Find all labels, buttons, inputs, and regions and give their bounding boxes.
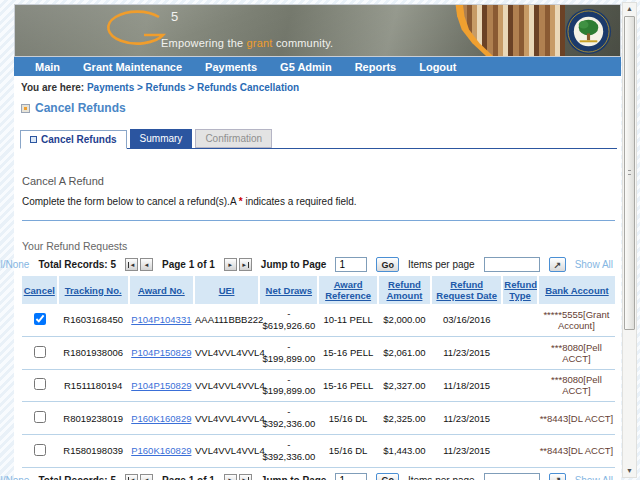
row-checkbox[interactable] — [34, 313, 46, 325]
net-draws-cell: - $619,926.60 — [259, 304, 318, 336]
bank-account-cell: ***8080[Pell ACCT] — [538, 369, 615, 402]
items-per-page-input[interactable] — [484, 473, 540, 480]
award-reference-cell: 10-11 PELL — [318, 304, 377, 336]
column-header-net-draws[interactable]: Net Draws — [259, 276, 318, 304]
nav-item-logout[interactable]: Logout — [419, 61, 456, 73]
nav-item-main[interactable]: Main — [35, 61, 60, 73]
tracking-no-cell: R1580198039 — [58, 435, 129, 468]
refund-type-cell — [502, 369, 538, 402]
award-no-link[interactable]: P104P150829 — [131, 347, 191, 358]
select-group: SelectAll/None — [0, 259, 29, 270]
row-checkbox[interactable] — [34, 346, 46, 358]
last-page-button[interactable]: ► — [239, 258, 252, 271]
column-header-uei[interactable]: UEI — [194, 276, 259, 304]
row-checkbox[interactable] — [34, 378, 46, 390]
show-all-link[interactable]: Show All — [575, 259, 613, 270]
go-button[interactable]: Go — [376, 257, 399, 272]
items-per-page-label: Items per page — [408, 475, 475, 480]
first-page-button[interactable]: ◄ — [125, 258, 138, 271]
tab-cancel-refunds[interactable]: Cancel Refunds — [20, 130, 127, 149]
tagline-suffix: community. — [273, 37, 334, 49]
refund-type-cell — [502, 304, 538, 336]
page-nav-buttons-right: ► ► — [224, 258, 252, 271]
next-page-icon: ► — [227, 262, 233, 268]
award-no-link[interactable]: P160K160829 — [131, 445, 191, 456]
refund-request-date-cell: 03/16/2016 — [431, 304, 502, 336]
show-all-link[interactable]: Show All — [575, 475, 613, 480]
column-header-refund-request-date[interactable]: Refund Request Date — [431, 276, 502, 304]
table-row: R1603168450 P104P104331 AAA111BBB222 - $… — [22, 304, 615, 336]
items-per-page-arrow-icon: ↗ — [554, 260, 562, 270]
breadcrumb: You are here: Payments > Refunds > Refun… — [14, 76, 621, 93]
column-header-refund-type[interactable]: Refund Type — [502, 276, 538, 304]
breadcrumb-path[interactable]: Payments > Refunds > Refunds Cancellatio… — [87, 82, 299, 93]
column-header-refund-amount[interactable]: Refund Amount — [378, 276, 431, 304]
breadcrumb-prefix: You are here: — [21, 82, 87, 93]
column-header-tracking-no[interactable]: Tracking No. — [58, 276, 129, 304]
award-no-link[interactable]: P104P150829 — [131, 380, 191, 391]
total-records: Total Records: 5 — [38, 259, 116, 270]
next-page-button[interactable]: ► — [224, 258, 237, 271]
scroll-down-icon[interactable]: ▼ — [623, 466, 636, 476]
nav-item-reports[interactable]: Reports — [355, 61, 397, 73]
tracking-no-cell: R1603168450 — [58, 304, 129, 336]
first-page-bar-icon — [128, 262, 129, 268]
last-page-button[interactable]: ► — [239, 474, 252, 480]
refund-type-cell — [502, 336, 538, 369]
jump-to-page-input[interactable] — [335, 257, 367, 272]
refund-amount-cell: $2,325.00 — [378, 402, 431, 435]
nav-item-payments[interactable]: Payments — [205, 61, 257, 73]
award-no-link[interactable]: P104P104331 — [131, 314, 191, 325]
column-header-award-reference[interactable]: Award Reference — [318, 276, 377, 304]
row-checkbox[interactable] — [34, 444, 46, 456]
uei-cell: VVL4VVL4VVL4 — [194, 336, 259, 369]
award-reference-cell: 15-16 PELL — [318, 369, 377, 402]
column-header-award-no[interactable]: Award No. — [129, 276, 194, 304]
scroll-up-icon[interactable]: ▲ — [623, 4, 636, 14]
page-title-icon — [21, 104, 30, 113]
net-draws-cell: - $392,336.00 — [259, 402, 318, 435]
refund-requests-table: Cancel Tracking No. Award No. UEI Net Dr… — [22, 276, 615, 468]
select-group: SelectAll/None — [0, 475, 29, 480]
items-per-page-go-button[interactable]: ↗ — [549, 473, 566, 480]
refund-request-date-cell: 11/23/2015 — [431, 435, 502, 468]
uei-cell: VVL4VVL4VVL4 — [194, 402, 259, 435]
refund-amount-cell: $2,327.00 — [378, 369, 431, 402]
prev-page-button[interactable]: ◄ — [140, 474, 153, 480]
column-header-cancel[interactable]: Cancel — [22, 276, 58, 304]
refund-request-date-cell: 11/18/2015 — [431, 369, 502, 402]
instruction-suffix: indicates a required field. — [243, 196, 357, 207]
award-reference-cell: 15/16 DL — [318, 402, 377, 435]
prev-page-button[interactable]: ◄ — [140, 258, 153, 271]
items-per-page-input[interactable] — [484, 257, 540, 272]
next-page-button[interactable]: ► — [224, 474, 237, 480]
column-header-bank-account[interactable]: Bank Account — [538, 276, 615, 304]
jump-to-page-input[interactable] — [335, 473, 367, 480]
page-title: Cancel Refunds — [35, 101, 126, 115]
items-per-page-go-button[interactable]: ↗ — [549, 257, 566, 272]
row-checkbox[interactable] — [34, 411, 46, 423]
tracking-no-cell: R1511180194 — [58, 369, 129, 402]
go-button[interactable]: Go — [376, 473, 399, 480]
select-none-link[interactable]: None — [6, 475, 30, 480]
refund-amount-cell: $2,061.00 — [378, 336, 431, 369]
table-header-row: Cancel Tracking No. Award No. UEI Net Dr… — [22, 276, 615, 304]
award-reference-cell: 15-16 PELL — [318, 336, 377, 369]
tagline-highlight: grant — [247, 37, 273, 49]
refund-request-date-cell: 11/23/2015 — [431, 336, 502, 369]
nav-item-g5-admin[interactable]: G5 Admin — [280, 61, 332, 73]
scrollbar-thumb[interactable] — [624, 16, 635, 330]
vertical-scrollbar[interactable]: ▲ ▼ — [622, 2, 637, 478]
first-page-button[interactable]: ◄ — [125, 474, 138, 480]
net-draws-cell: - $199,899.00 — [259, 369, 318, 402]
net-draws-cell: - $392,336.00 — [259, 435, 318, 468]
pager-bottom: SelectAll/None Total Records: 5 ◄ ◄ Page… — [22, 473, 613, 480]
award-no-link[interactable]: P160K160829 — [131, 413, 191, 424]
scrollbar-grip — [628, 170, 631, 175]
award-reference-cell: 15/16 DL — [318, 435, 377, 468]
bank-account-cell: **8443[DL ACCT] — [538, 402, 615, 435]
select-none-link[interactable]: None — [6, 259, 30, 270]
tab-summary[interactable]: Summary — [130, 129, 193, 148]
nav-item-grant-maintenance[interactable]: Grant Maintenance — [83, 61, 182, 73]
bank-account-cell: ***8080[Pell ACCT] — [538, 336, 615, 369]
